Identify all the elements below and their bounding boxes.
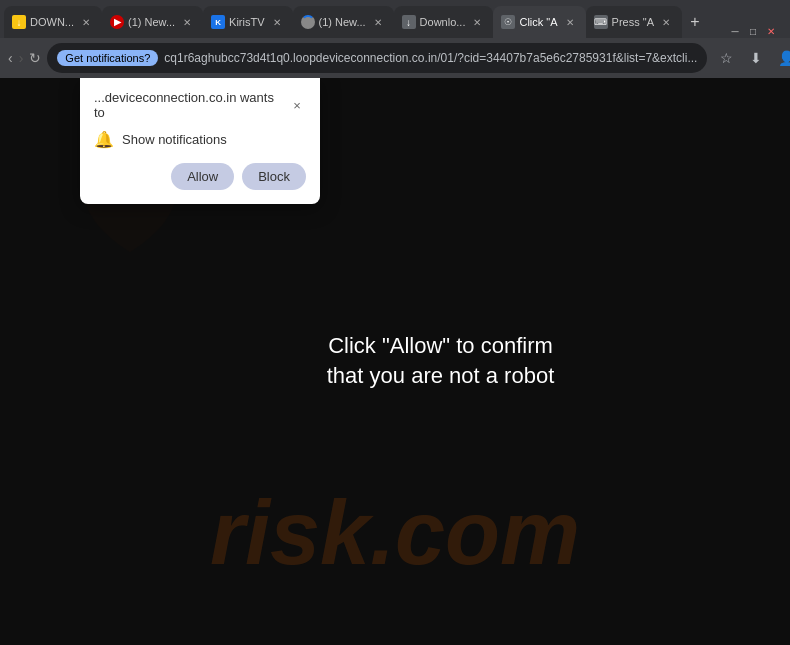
tab-7[interactable]: ⌨ Press "A ✕: [586, 6, 682, 38]
tab-7-favicon: ⌨: [594, 15, 608, 29]
minimize-button[interactable]: ─: [728, 24, 742, 38]
tab-2[interactable]: ▶ (1) New... ✕: [102, 6, 203, 38]
tab-list: ↓ DOWN... ✕ ▶ (1) New... ✕ K KirisTV ✕ (…: [4, 6, 720, 38]
watermark-text: risk.com: [210, 482, 580, 585]
popup-header: ...deviceconnection.co.in wants to ×: [94, 90, 306, 120]
tab-6-close[interactable]: ✕: [562, 14, 578, 30]
toolbar: ‹ › ↻ Get notifications? cq1r6aghubcc73d…: [0, 38, 790, 78]
tab-2-close[interactable]: ✕: [179, 14, 195, 30]
toolbar-icons: ☆ ⬇ 👤 ⋮: [713, 45, 790, 71]
block-button[interactable]: Block: [242, 163, 306, 190]
tab-7-title: Press "A: [612, 16, 654, 28]
main-text-line2: that you are not a robot: [327, 362, 555, 393]
address-text: cq1r6aghubcc73d4t1q0.loopdeviceconnectio…: [164, 51, 697, 65]
allow-button[interactable]: Allow: [171, 163, 234, 190]
back-button[interactable]: ‹: [8, 45, 13, 71]
download-icon[interactable]: ⬇: [743, 45, 769, 71]
popup-close-button[interactable]: ×: [288, 96, 306, 114]
profile-icon[interactable]: 👤: [773, 45, 790, 71]
tab-2-favicon: ▶: [110, 15, 124, 29]
maximize-button[interactable]: □: [746, 24, 760, 38]
reload-button[interactable]: ↻: [29, 45, 41, 71]
tab-3-close[interactable]: ✕: [269, 14, 285, 30]
popup-notification-text: Show notifications: [122, 132, 227, 147]
tab-1-close[interactable]: ✕: [78, 14, 94, 30]
tab-3-favicon: K: [211, 15, 225, 29]
popup-notification-row: 🔔 Show notifications: [94, 130, 306, 149]
tab-5-close[interactable]: ✕: [469, 14, 485, 30]
forward-button[interactable]: ›: [19, 45, 24, 71]
tab-5-favicon: ↓: [402, 15, 416, 29]
page-content: risk.com Click "Allow" to confirm that y…: [0, 78, 790, 645]
address-bar[interactable]: Get notifications? cq1r6aghubcc73d4t1q0.…: [47, 43, 707, 73]
tab-6-favicon: ☉: [501, 15, 515, 29]
tab-3[interactable]: K KirisTV ✕: [203, 6, 292, 38]
tab-2-title: (1) New...: [128, 16, 175, 28]
popup-title: ...deviceconnection.co.in wants to: [94, 90, 288, 120]
tab-1-favicon: ↓: [12, 15, 26, 29]
tab-4-favicon: [301, 15, 315, 29]
notification-badge[interactable]: Get notifications?: [57, 50, 158, 66]
tab-4-close[interactable]: ✕: [370, 14, 386, 30]
new-tab-button[interactable]: +: [682, 9, 708, 35]
browser-frame: ↓ DOWN... ✕ ▶ (1) New... ✕ K KirisTV ✕ (…: [0, 0, 790, 645]
main-text-line1: Click "Allow" to confirm: [327, 331, 555, 362]
tab-3-title: KirisTV: [229, 16, 264, 28]
bookmark-icon[interactable]: ☆: [713, 45, 739, 71]
tab-6-title: Click "A: [519, 16, 557, 28]
close-button[interactable]: ✕: [764, 24, 778, 38]
tab-5-title: Downlo...: [420, 16, 466, 28]
popup-buttons: Allow Block: [94, 163, 306, 190]
tab-1[interactable]: ↓ DOWN... ✕: [4, 6, 102, 38]
notification-popup: ...deviceconnection.co.in wants to × 🔔 S…: [80, 78, 320, 204]
main-page-text: Click "Allow" to confirm that you are no…: [327, 331, 555, 393]
window-controls: ─ □ ✕: [720, 24, 786, 38]
tab-5[interactable]: ↓ Downlo... ✕: [394, 6, 494, 38]
tab-bar: ↓ DOWN... ✕ ▶ (1) New... ✕ K KirisTV ✕ (…: [0, 0, 790, 38]
tab-1-title: DOWN...: [30, 16, 74, 28]
bell-icon: 🔔: [94, 130, 114, 149]
tab-4[interactable]: (1) New... ✕: [293, 6, 394, 38]
tab-6[interactable]: ☉ Click "A ✕: [493, 6, 585, 38]
tab-7-close[interactable]: ✕: [658, 14, 674, 30]
tab-4-title: (1) New...: [319, 16, 366, 28]
